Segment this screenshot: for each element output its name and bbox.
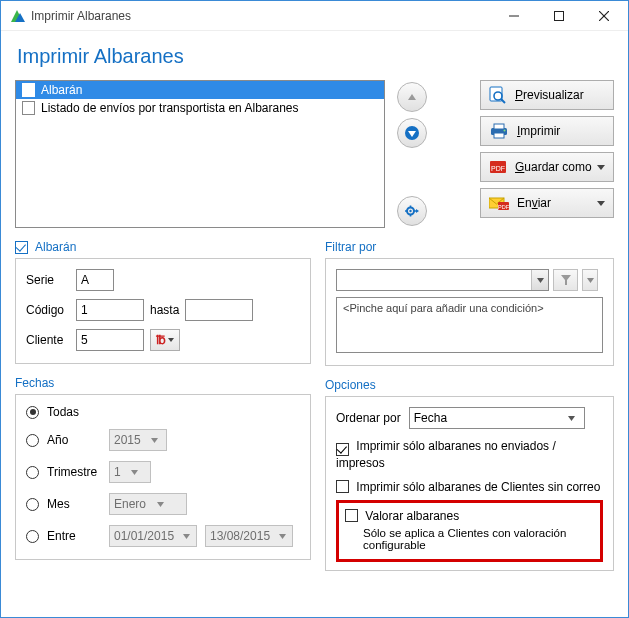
filter-placeholder: <Pinche aquí para añadir una condición> bbox=[343, 302, 544, 314]
maximize-button[interactable] bbox=[536, 2, 581, 30]
svg-marker-6 bbox=[408, 94, 416, 100]
checkbox-label: Imprimir sólo albaranes de Clientes sin … bbox=[356, 480, 600, 494]
svg-text:PDF: PDF bbox=[498, 204, 509, 210]
print-button[interactable]: Imprimir bbox=[480, 116, 614, 146]
close-button[interactable] bbox=[581, 2, 626, 30]
chevron-down-icon bbox=[276, 533, 288, 540]
svg-marker-35 bbox=[279, 534, 286, 539]
filter-conditions-area[interactable]: <Pinche aquí para añadir una condición> bbox=[336, 297, 603, 353]
entre-to-date[interactable]: 13/08/2015 bbox=[205, 525, 293, 547]
radio-entre[interactable] bbox=[26, 530, 39, 543]
page-title: Imprimir Albaranes bbox=[17, 45, 612, 68]
magnifier-icon bbox=[489, 86, 507, 104]
trimestre-select[interactable]: 1 bbox=[109, 461, 151, 483]
svg-rect-3 bbox=[554, 11, 563, 20]
fechas-section-title: Fechas bbox=[15, 376, 311, 390]
albaran-panel: Serie Código hasta Cliente ℔ bbox=[15, 258, 311, 364]
svg-marker-39 bbox=[568, 416, 575, 421]
radio-label: Trimestre bbox=[47, 465, 101, 479]
chevron-down-icon bbox=[168, 337, 174, 343]
hasta-label: hasta bbox=[150, 303, 179, 317]
solo-noenviados-checkbox[interactable] bbox=[336, 443, 349, 456]
mes-select[interactable]: Enero bbox=[109, 493, 187, 515]
action-buttons: Previsualizar Imprimir PDF Guardar como bbox=[480, 80, 614, 228]
codigo-label: Código bbox=[26, 303, 70, 317]
send-button[interactable]: PDF Enviar bbox=[480, 188, 614, 218]
filter-dropdown-button[interactable] bbox=[582, 269, 598, 291]
solo-sincorreo-checkbox[interactable] bbox=[336, 480, 349, 493]
svg-marker-25 bbox=[597, 165, 605, 170]
filter-field-select[interactable] bbox=[336, 269, 549, 291]
radio-mes[interactable] bbox=[26, 498, 39, 511]
radio-ano[interactable] bbox=[26, 434, 39, 447]
svg-marker-36 bbox=[537, 278, 544, 283]
printer-icon bbox=[489, 123, 509, 139]
minimize-button[interactable] bbox=[491, 2, 536, 30]
chevron-down-icon bbox=[152, 501, 168, 508]
svg-rect-20 bbox=[494, 124, 504, 129]
chevron-down-icon bbox=[597, 163, 605, 171]
chevron-down-icon bbox=[180, 533, 192, 540]
chevron-down-icon bbox=[127, 469, 143, 476]
report-item-label: Albarán bbox=[41, 83, 82, 97]
valorar-hint: Sólo se aplica a Clientes con valoración… bbox=[363, 527, 594, 551]
radio-label: Mes bbox=[47, 497, 101, 511]
ordenar-select[interactable]: Fecha bbox=[409, 407, 585, 429]
svg-point-10 bbox=[409, 210, 411, 212]
entre-from-date[interactable]: 01/01/2015 bbox=[109, 525, 197, 547]
cliente-lookup-button[interactable]: ℔ bbox=[150, 329, 180, 351]
cliente-label: Cliente bbox=[26, 333, 70, 347]
valorar-checkbox[interactable] bbox=[345, 509, 358, 522]
svg-point-22 bbox=[504, 130, 506, 132]
serie-label: Serie bbox=[26, 273, 70, 287]
button-label: Previsualizar bbox=[515, 88, 584, 102]
opciones-section-title: Opciones bbox=[325, 378, 614, 392]
svg-marker-33 bbox=[157, 502, 164, 507]
saveas-button[interactable]: PDF Guardar como bbox=[480, 152, 614, 182]
fechas-panel: Todas Año 2015 Trimestre bbox=[15, 394, 311, 560]
svg-marker-30 bbox=[168, 338, 174, 342]
radio-trimestre[interactable] bbox=[26, 466, 39, 479]
pdf-icon: PDF bbox=[489, 159, 507, 175]
filtrar-section-title: Filtrar por bbox=[325, 240, 614, 254]
ano-select[interactable]: 2015 bbox=[109, 429, 167, 451]
svg-text:PDF: PDF bbox=[491, 165, 505, 172]
radio-label: Todas bbox=[47, 405, 79, 419]
key-icon: ℔ bbox=[156, 333, 166, 347]
window: Imprimir Albaranes Imprimir Albaranes Al… bbox=[0, 0, 629, 618]
radio-todas[interactable] bbox=[26, 406, 39, 419]
codigo-to-input[interactable] bbox=[185, 299, 253, 321]
chevron-down-icon bbox=[147, 437, 162, 444]
filtrar-panel: <Pinche aquí para añadir una condición> bbox=[325, 258, 614, 366]
move-up-button[interactable] bbox=[397, 82, 427, 112]
report-item-listado[interactable]: Listado de envíos por transportista en A… bbox=[16, 99, 384, 117]
list-side-buttons bbox=[397, 80, 427, 228]
section-label: Albarán bbox=[35, 240, 76, 254]
window-controls bbox=[491, 2, 626, 30]
cliente-input[interactable] bbox=[76, 329, 144, 351]
mail-pdf-icon: PDF bbox=[489, 195, 509, 211]
albaran-section-title[interactable]: Albarán bbox=[15, 240, 311, 254]
report-item-albaran[interactable]: Albarán bbox=[16, 81, 384, 99]
filter-funnel-button[interactable] bbox=[553, 269, 578, 291]
report-list[interactable]: Albarán Listado de envíos por transporti… bbox=[15, 80, 385, 228]
svg-marker-34 bbox=[183, 534, 190, 539]
move-down-button[interactable] bbox=[397, 118, 427, 148]
svg-marker-31 bbox=[151, 438, 158, 443]
radio-label: Entre bbox=[47, 529, 101, 543]
window-title: Imprimir Albaranes bbox=[31, 9, 491, 23]
checkbox-label: Valorar albaranes bbox=[365, 509, 459, 523]
settings-button[interactable] bbox=[397, 196, 427, 226]
svg-marker-37 bbox=[561, 275, 571, 285]
preview-button[interactable]: Previsualizar bbox=[480, 80, 614, 110]
svg-rect-21 bbox=[494, 133, 504, 138]
radio-label: Año bbox=[47, 433, 101, 447]
svg-marker-15 bbox=[416, 209, 419, 213]
codigo-from-input[interactable] bbox=[76, 299, 144, 321]
checkbox-label: Imprimir sólo albaranes no enviados / im… bbox=[336, 439, 556, 470]
opciones-panel: Ordenar por Fecha Imprimir sólo albarane… bbox=[325, 396, 614, 571]
document-icon bbox=[22, 101, 35, 115]
albaran-checkbox[interactable] bbox=[15, 241, 28, 254]
content: Imprimir Albaranes Albarán Listado de en… bbox=[1, 31, 628, 617]
serie-input[interactable] bbox=[76, 269, 114, 291]
